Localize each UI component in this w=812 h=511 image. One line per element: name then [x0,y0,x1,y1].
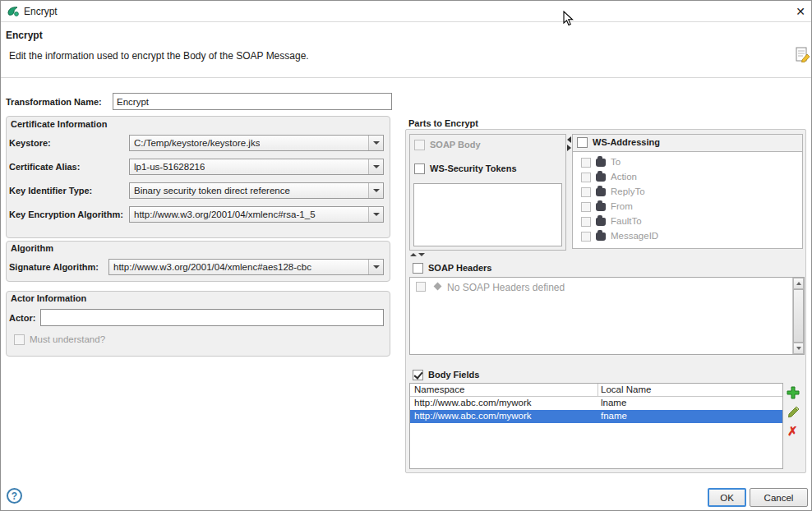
soap-headers-scrollbar[interactable] [792,278,804,354]
ws-addressing-checkbox[interactable] [577,137,588,148]
delete-row-icon[interactable]: ✗ [787,424,798,439]
encrypt-dialog: Encrypt ✕ Encrypt Edit the information u… [0,0,812,511]
parts-to-encrypt-title: Parts to Encrypt [408,118,478,128]
key-encryption-algorithm-label: Key Encryption Algorithm: [9,209,123,219]
ws-addressing-item-checkbox[interactable] [581,217,591,227]
certificate-alias-label: Certificate Alias: [9,162,80,172]
help-icon[interactable]: ? [7,488,22,504]
splitter-collapse-up-icon[interactable] [410,253,417,256]
table-row[interactable]: http://www.abc.com/mywork lname [410,397,782,410]
body-fields-table: Namespace Local Name http://www.abc.com/… [409,383,783,469]
ws-addressing-item-checkbox[interactable] [581,202,591,212]
cancel-button[interactable]: Cancel [750,488,808,507]
ws-addressing-item-checkbox[interactable] [581,232,591,242]
title-bar: Encrypt ✕ [1,1,811,22]
ws-addressing-item[interactable]: Action [611,172,637,182]
close-icon[interactable]: ✕ [791,3,810,20]
header-part-icon [596,159,606,167]
dropdown-arrow-icon [368,136,383,150]
dropdown-arrow-icon [368,159,383,174]
splitter-expand-right-icon[interactable] [567,145,571,151]
key-encryption-algorithm-select[interactable]: http://www.w3.org/2001/04/xmlenc#rsa-1_5 [129,206,384,223]
scrollbar-thumb[interactable] [793,289,804,343]
body-fields-label: Body Fields [428,370,479,380]
edit-note-icon [796,47,810,62]
certificate-information-title: Certificate Information [11,119,107,129]
table-header: Namespace Local Name [410,384,782,397]
body-fields-checkbox[interactable] [413,370,423,380]
ws-addressing-item[interactable]: From [611,201,633,211]
header-part-icon [596,232,606,241]
scroll-down-icon[interactable] [793,343,804,354]
ws-addressing-item[interactable]: FaultTo [611,216,642,226]
splitter-collapse-left-icon[interactable] [567,136,571,143]
must-understand-label: Must understand? [30,334,105,344]
soap-headers-label: SOAP Headers [428,263,491,273]
mouse-cursor [563,11,574,27]
header-part-icon [596,203,606,211]
transformation-name-label: Transformation Name: [6,97,102,107]
ws-security-tokens-list[interactable] [413,183,562,246]
splitter-expand-down-icon[interactable] [418,253,425,256]
ws-addressing-item[interactable]: ReplyTo [611,186,645,196]
header-divider [1,77,812,78]
column-header-namespace[interactable]: Namespace [414,384,464,394]
edit-row-icon[interactable] [787,405,800,419]
keystore-label: Keystore: [9,138,51,148]
key-identifier-type-select[interactable]: Binary security token direct reference [129,182,384,199]
app-icon [7,5,20,18]
soap-body-label: SOAP Body [430,140,481,150]
no-soap-headers-text: No SOAP Headers defined [447,282,565,293]
header-part-icon [596,188,606,196]
ws-addressing-item[interactable]: To [611,157,621,167]
ws-security-tokens-checkbox[interactable] [414,163,425,174]
no-soap-headers-checkbox [416,282,426,292]
soap-body-checkbox[interactable] [414,140,425,150]
page-title: Encrypt [6,30,43,41]
page-description: Edit the information used to encrypt the… [9,50,309,62]
header-part-icon [596,173,606,182]
dropdown-arrow-icon [368,260,383,274]
column-divider[interactable] [597,384,598,397]
ws-addressing-label: WS-Addressing [593,137,660,147]
actor-information-title: Actor Information [11,293,86,303]
ok-button[interactable]: OK [708,488,746,507]
soap-headers-checkbox[interactable] [413,263,423,274]
signature-algorithm-select[interactable]: http://www.w3.org/2001/04/xmlenc#aes128-… [108,259,384,275]
column-header-local-name[interactable]: Local Name [601,384,651,394]
transformation-name-input[interactable] [113,93,392,110]
add-row-icon[interactable] [787,386,800,399]
window-title: Encrypt [24,6,58,17]
ws-addressing-panel [572,134,803,249]
certificate-alias-select[interactable]: lp1-us-51628216 [129,159,384,175]
actor-input[interactable] [40,309,384,326]
scroll-up-icon[interactable] [793,278,804,289]
ws-addressing-item-checkbox[interactable] [581,187,591,197]
header-part-icon [596,218,606,226]
signature-algorithm-label: Signature Algorithm: [9,262,99,272]
key-identifier-type-label: Key Identifier Type: [9,186,92,196]
actor-label: Actor: [9,313,35,323]
dropdown-arrow-icon [368,183,383,198]
must-understand-checkbox[interactable] [14,334,25,345]
ws-addressing-item-checkbox[interactable] [581,158,591,168]
dropdown-arrow-icon [368,207,383,222]
ws-addressing-item-checkbox[interactable] [581,173,591,182]
keystore-select[interactable]: C:/Temp/keystore/keystore.jks [129,135,384,151]
table-row-selected[interactable]: http://www.abc.com/mywork fname [410,410,782,423]
ws-addressing-item[interactable]: MessageID [611,231,658,241]
ws-security-tokens-label: WS-Security Tokens [430,163,517,173]
algorithm-title: Algorithm [11,243,53,253]
